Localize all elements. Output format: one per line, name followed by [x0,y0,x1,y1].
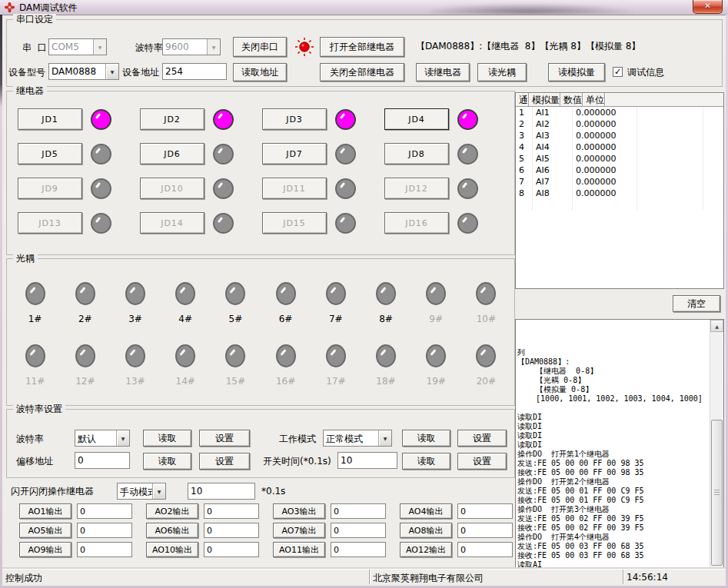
table-row[interactable]: 3 AI3 0.000000 [516,130,723,141]
analog-output-button[interactable]: AO5输出 [19,523,71,538]
relay-button[interactable]: JD14 [140,212,204,234]
relay-button[interactable]: JD8 [384,143,449,164]
read-relay-button[interactable]: 读继电器 [416,63,470,81]
analog-output-button[interactable]: AO7输出 [273,523,325,538]
close-serial-button[interactable]: 关闭串口 [233,37,287,57]
relay-button[interactable]: JD13 [18,212,82,234]
analog-output-value-input[interactable] [204,503,259,519]
scrollbar-thumb[interactable] [711,420,723,566]
set-work-mode-button[interactable]: 设置 [457,430,507,447]
read-address-button[interactable]: 读取地址 [233,63,287,81]
read-analog-button[interactable]: 读模拟量 [548,63,605,81]
baud-setting-combo[interactable]: 默认 ▼ [75,430,130,447]
analog-output-button[interactable]: AO12输出 [400,542,452,557]
relay-button[interactable]: JD15 [262,212,327,234]
read-opto-button[interactable]: 读光耦 [477,63,527,81]
opto-cell: 13# [110,344,160,387]
work-mode-combo[interactable]: 正常模式 ▼ [323,430,392,447]
log-scrollbar[interactable]: ▲ [710,320,723,569]
opto-label: 19# [427,376,446,387]
channel-cell: 3 [516,130,533,141]
relay-button[interactable]: JD10 [140,178,204,199]
analog-name-cell: AI8 [533,188,573,199]
device-model-value: DAM0888 [49,64,105,79]
set-offset-button[interactable]: 设置 [199,453,250,470]
status-time: 14:56:14 [623,570,726,584]
relay-button[interactable]: JD9 [18,178,82,199]
opto-cell: 9# [411,282,461,324]
analog-output-button[interactable]: AO3输出 [273,503,325,519]
relay-button[interactable]: JD2 [140,108,204,130]
opto-led-indicator [75,282,95,305]
relay-cell: JD12 [384,178,507,199]
analog-output-value-input[interactable] [77,542,132,557]
relay-button[interactable]: JD7 [262,143,327,164]
table-row[interactable]: 8 AI8 0.000000 [516,188,723,199]
analog-output-button[interactable]: AO10输出 [146,542,198,557]
analog-output-button[interactable]: AO1输出 [19,503,71,519]
dropdown-arrow-icon: ▼ [207,39,220,55]
analog-output-value-input[interactable] [204,523,259,538]
table-header-cell[interactable]: 模拟量 [529,93,560,107]
opto-label: 4# [178,314,192,324]
set-switch-time-button[interactable]: 设置 [457,453,507,470]
analog-output-button[interactable]: AO8输出 [400,523,452,538]
open-all-relays-button[interactable]: 打开全部继电器 [320,37,404,57]
flash-time-input[interactable] [188,483,255,500]
offset-address-input[interactable] [75,452,130,469]
device-address-input[interactable] [162,63,227,80]
analog-output-cell: AO12输出 [400,542,527,557]
analog-output-value-input[interactable] [77,503,132,519]
close-button[interactable]: ✕ [693,0,723,14]
channel-cell: 5 [516,153,533,164]
analog-output-value-input[interactable] [331,523,386,538]
relay-button[interactable]: JD5 [18,143,82,164]
clear-log-button[interactable]: 清空 [673,295,720,312]
analog-output-value-input[interactable] [457,523,513,538]
opto-led-indicator [276,282,296,305]
analog-output-button[interactable]: AO4输出 [400,503,452,519]
relay-button[interactable]: JD11 [262,178,327,199]
relay-button[interactable]: JD4 [384,108,449,130]
analog-output-value-input[interactable] [457,542,513,557]
analog-output-value-input[interactable] [204,542,259,557]
relay-button[interactable]: JD16 [384,212,449,234]
table-header-cell[interactable]: 通 [516,93,529,107]
table-header-cell[interactable]: 数值 [560,93,583,107]
device-model-combo[interactable]: DAM0888 ▼ [48,63,119,80]
table-header-cell[interactable]: 单位 [583,93,605,107]
set-baud-button[interactable]: 设置 [199,430,250,447]
scroll-up-icon[interactable]: ▲ [710,320,723,332]
analog-output-value-input[interactable] [331,503,386,519]
table-row[interactable]: 6 AI6 0.000000 [516,164,723,176]
analog-output-value-input[interactable] [331,542,386,557]
analog-output-button[interactable]: AO2输出 [146,503,198,519]
relay-button[interactable]: JD1 [18,108,82,130]
log-line: 接收:FE 05 00 03 FF 00 68 35 [517,551,710,560]
analog-output-value-input[interactable] [457,503,513,519]
baud-setting-value: 默认 [75,430,116,446]
channel-cell: 6 [516,164,533,176]
relay-button[interactable]: JD6 [140,143,204,164]
close-all-relays-button[interactable]: 关闭全部继电器 [320,63,404,81]
table-row[interactable]: 1 AI1 0.000000 [516,107,723,118]
analog-output-button[interactable]: AO6输出 [146,523,198,538]
analog-table-body: 1 AI1 0.000000 2 AI2 0.000000 3 [516,107,723,199]
read-switch-time-button[interactable]: 读取 [402,453,450,470]
table-row[interactable]: 4 AI4 0.000000 [516,141,723,153]
table-row[interactable]: 7 AI7 0.000000 [516,176,723,188]
analog-output-button[interactable]: AO9输出 [19,542,71,557]
analog-output-value-input[interactable] [77,523,132,538]
table-row[interactable]: 5 AI5 0.000000 [516,153,723,164]
relay-button[interactable]: JD3 [262,108,327,130]
flash-mode-combo[interactable]: 手动模式 ▼ [117,483,166,500]
switch-time-input[interactable] [337,452,397,469]
read-work-mode-button[interactable]: 读取 [402,430,450,447]
read-baud-button[interactable]: 读取 [143,430,191,447]
debug-info-checkbox[interactable]: ✓ [613,67,623,77]
unit-cell [637,107,703,118]
read-offset-button[interactable]: 读取 [143,453,191,470]
analog-output-button[interactable]: AO11输出 [273,542,325,557]
relay-button[interactable]: JD12 [384,178,449,199]
table-row[interactable]: 2 AI2 0.000000 [516,118,723,130]
